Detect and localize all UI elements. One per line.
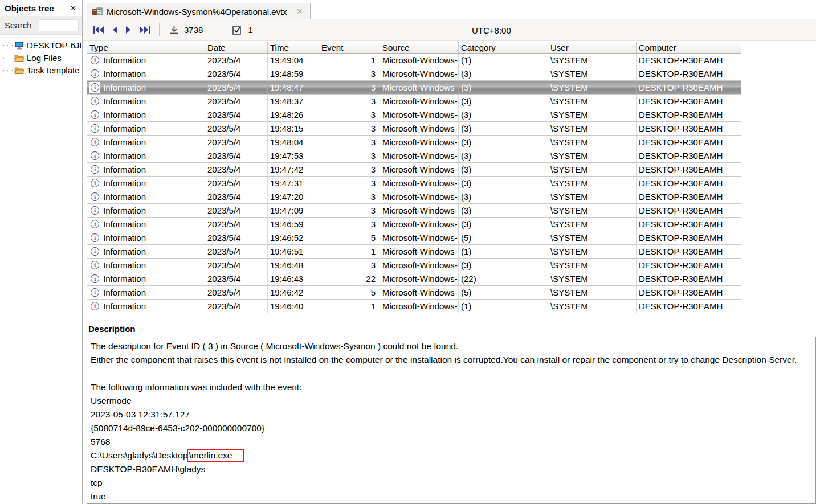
cell-event: 5 [319, 286, 380, 299]
table-row[interactable]: iInformation2023/5/419:48:373Microsoft-W… [87, 95, 741, 108]
information-icon: i [91, 192, 99, 201]
cell-time: 19:48:37 [268, 95, 319, 108]
cell-source: Microsoft-Windows-S [380, 204, 459, 217]
table-row[interactable]: iInformation2023/5/419:47:423Microsoft-W… [87, 163, 741, 177]
cell-time: 19:47:20 [268, 190, 319, 203]
cell-computer: DESKTOP-R30EAMH [637, 177, 741, 190]
previous-record-button[interactable] [112, 26, 117, 34]
cell-time: 19:48:04 [268, 136, 319, 149]
column-header-date[interactable]: Date [205, 42, 268, 53]
cell-source: Microsoft-Windows-S [380, 54, 459, 67]
table-row[interactable]: iInformation2023/5/419:46:525Microsoft-W… [87, 231, 741, 245]
cell-time: 19:46:52 [268, 231, 319, 244]
information-icon: i [91, 124, 99, 133]
cell-event: 22 [319, 272, 380, 285]
cell-type: iInformation [87, 231, 205, 244]
cell-source: Microsoft-Windows-S [380, 95, 459, 108]
type-label: Information [103, 301, 146, 311]
cell-type: iInformation [87, 218, 205, 231]
information-icon: i [91, 97, 99, 105]
column-header-source[interactable]: Source [380, 42, 459, 53]
close-icon[interactable]: ✕ [296, 7, 303, 16]
type-label: Information [103, 55, 146, 65]
cell-user: \SYSTEM [548, 149, 637, 162]
next-record-button[interactable] [126, 26, 131, 34]
icon-chip: i [89, 273, 100, 284]
cell-category: (5) [459, 231, 548, 244]
close-icon[interactable]: ✕ [70, 4, 76, 13]
column-header-type[interactable]: Type [87, 42, 205, 53]
cell-date: 2023/5/4 [205, 204, 268, 217]
cell-category: (3) [459, 190, 548, 203]
cell-type: iInformation [87, 286, 205, 299]
search-row: Search [0, 16, 82, 35]
table-row[interactable]: iInformation2023/5/419:48:043Microsoft-W… [87, 136, 741, 149]
table-row[interactable]: iInformation2023/5/419:48:153Microsoft-W… [87, 122, 741, 136]
information-icon: i [91, 220, 99, 228]
tree-item-desktop-6ji[interactable]: ›DESKTOP-6JI [0, 39, 82, 51]
table-row[interactable]: iInformation2023/5/419:46:425Microsoft-W… [87, 286, 741, 300]
cell-category: (3) [459, 204, 548, 217]
description-panel: The description for Event ID ( 3 ) in So… [87, 337, 816, 504]
table-row[interactable]: iInformation2023/5/419:47:093Microsoft-W… [87, 204, 741, 218]
description-line: 5768 [91, 435, 815, 449]
column-header-time[interactable]: Time [268, 42, 319, 53]
icon-chip: i [89, 205, 100, 216]
table-row[interactable]: iInformation2023/5/419:47:203Microsoft-W… [87, 190, 741, 204]
cell-type: iInformation [87, 163, 205, 176]
table-row[interactable]: iInformation2023/5/419:47:313Microsoft-W… [87, 177, 741, 190]
table-row[interactable]: iInformation2023/5/419:48:593Microsoft-W… [87, 67, 741, 81]
cell-time: 19:48:15 [268, 122, 319, 135]
column-header-computer[interactable]: Computer [637, 42, 741, 53]
cell-date: 2023/5/4 [205, 54, 268, 67]
cell-computer: DESKTOP-R30EAMH [637, 81, 741, 94]
table-row[interactable]: iInformation2023/5/419:47:533Microsoft-W… [87, 149, 741, 163]
cell-event: 3 [319, 259, 380, 272]
tree-connector-line [5, 46, 5, 71]
table-row[interactable]: iInformation2023/5/419:48:263Microsoft-W… [87, 108, 741, 122]
table-row[interactable]: iInformation2023/5/419:46:593Microsoft-W… [87, 218, 741, 231]
cell-type: iInformation [87, 136, 205, 149]
icon-chip: i [89, 287, 100, 298]
table-row[interactable]: iInformation2023/5/419:49:041Microsoft-W… [87, 54, 741, 67]
cell-event: 3 [319, 136, 380, 149]
highlighted-executable: \merlin.exe [187, 449, 245, 462]
search-input[interactable] [39, 19, 79, 31]
description-line: {5080714d-89ce-6453-c202-000000000700} [91, 421, 815, 435]
cell-category: (3) [459, 108, 548, 121]
table-row[interactable]: iInformation2023/5/419:46:401Microsoft-W… [87, 300, 741, 313]
cell-user: \SYSTEM [548, 54, 637, 67]
cell-user: \SYSTEM [548, 122, 637, 135]
cell-type: iInformation [87, 149, 205, 162]
tree-item-task-template[interactable]: ›Task template [0, 64, 82, 76]
tree-item-log-files[interactable]: ›Log Files [0, 51, 82, 64]
cell-event: 1 [319, 245, 380, 258]
column-header-category[interactable]: Category [459, 42, 548, 53]
cell-category: (3) [459, 81, 548, 94]
icon-chip: i [89, 164, 100, 175]
column-header-user[interactable]: User [548, 42, 637, 53]
cell-type: iInformation [87, 272, 205, 285]
icon-chip: i [89, 219, 100, 230]
cell-user: \SYSTEM [548, 81, 637, 94]
cell-time: 19:46:48 [268, 259, 319, 272]
last-record-button[interactable] [140, 26, 150, 34]
folder-icon [14, 67, 24, 74]
table-row[interactable]: iInformation2023/5/419:46:511Microsoft-W… [87, 245, 741, 259]
cell-user: \SYSTEM [548, 204, 637, 217]
tab-sysmon-log[interactable]: Microsoft-Windows-Sysmon%4Operational.ev… [87, 3, 311, 19]
cell-source: Microsoft-Windows-S [380, 81, 459, 94]
cell-type: iInformation [87, 95, 205, 108]
cell-user: \SYSTEM [548, 95, 637, 108]
table-row[interactable]: iInformation2023/5/419:46:483Microsoft-W… [87, 259, 741, 272]
table-row[interactable]: iInformation2023/5/419:48:473Microsoft-W… [87, 81, 741, 95]
cell-computer: DESKTOP-R30EAMH [637, 272, 741, 285]
load-records-icon[interactable] [169, 26, 179, 35]
column-header-event[interactable]: Event [319, 42, 380, 53]
first-record-button[interactable] [93, 26, 104, 34]
checkbox-icon[interactable] [232, 26, 242, 35]
timezone-label: UTC+8:00 [472, 19, 511, 41]
cell-type: iInformation [87, 54, 205, 67]
information-icon: i [91, 247, 99, 256]
table-row[interactable]: iInformation2023/5/419:46:4322Microsoft-… [87, 272, 741, 286]
